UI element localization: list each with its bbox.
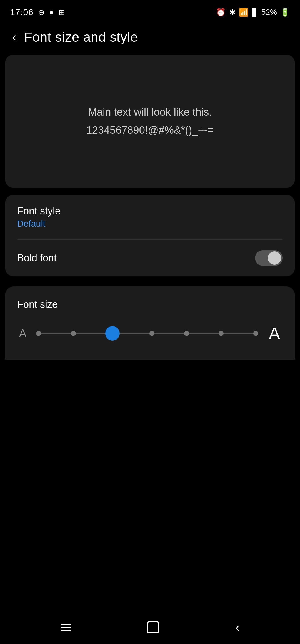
slider-dot-3-active (105, 326, 120, 341)
status-left: 17:06 ⊖ ● ⊞ (10, 7, 65, 18)
font-style-value: Default (17, 219, 61, 229)
preview-main-text: Main text will look like this. (88, 104, 212, 120)
slider-track (36, 333, 258, 334)
font-size-row: A A (17, 324, 283, 343)
status-time: 17:06 (10, 7, 34, 18)
preview-card: Main text will look like this. 123456789… (5, 55, 295, 188)
slider-dot-6 (219, 331, 224, 336)
toggle-thumb (268, 251, 281, 265)
font-style-item[interactable]: Font style Default (5, 195, 295, 239)
slider-dot-7 (253, 331, 258, 336)
font-small-a: A (17, 327, 28, 339)
recents-button[interactable] (49, 619, 82, 636)
font-style-left: Font style Default (17, 205, 61, 229)
page-title: Font size and style (24, 29, 138, 45)
font-size-card: Font size A A (5, 286, 295, 360)
status-bar: 17:06 ⊖ ● ⊞ ⏰ ✱ 📶 ▋ 52% 🔋 (0, 0, 300, 22)
screenshot-icon: ⊞ (59, 8, 65, 17)
bold-font-item[interactable]: Bold font (5, 240, 295, 276)
bluetooth-icon: ✱ (229, 8, 236, 17)
back-button[interactable]: ‹ (10, 28, 19, 46)
slider-dot-1 (36, 331, 41, 336)
font-settings-card: Font style Default Bold font (5, 195, 295, 276)
slider-dot-5 (184, 331, 189, 336)
dnd-icon: ⊖ (38, 8, 45, 17)
bold-font-toggle[interactable] (255, 250, 283, 266)
status-right: ⏰ ✱ 📶 ▋ 52% 🔋 (216, 8, 290, 17)
wifi-icon: 📶 (239, 8, 249, 17)
font-size-label: Font size (17, 299, 283, 310)
slider-dot-4 (149, 331, 154, 336)
font-size-slider[interactable] (36, 325, 258, 342)
font-large-a: A (266, 324, 283, 343)
bold-font-label: Bold font (17, 252, 57, 264)
recents-icon (61, 624, 71, 631)
battery-icon: 🔋 (280, 8, 290, 17)
slider-dots (36, 326, 258, 341)
bottom-nav: ‹ (0, 611, 300, 644)
preview-char-text: 1234567890!@#%&*()_+-= (86, 122, 214, 138)
signal-icon: ▋ (252, 8, 258, 17)
home-button[interactable] (136, 617, 170, 638)
back-nav-button[interactable]: ‹ (224, 616, 251, 639)
back-nav-icon: ‹ (236, 620, 240, 634)
whatsapp-icon: ● (49, 8, 54, 17)
font-style-label: Font style (17, 205, 61, 217)
top-nav: ‹ Font size and style (0, 22, 300, 55)
alarm-icon: ⏰ (216, 8, 226, 17)
battery-text: 52% (261, 8, 277, 17)
slider-dot-2 (71, 331, 76, 336)
home-icon (147, 621, 159, 633)
